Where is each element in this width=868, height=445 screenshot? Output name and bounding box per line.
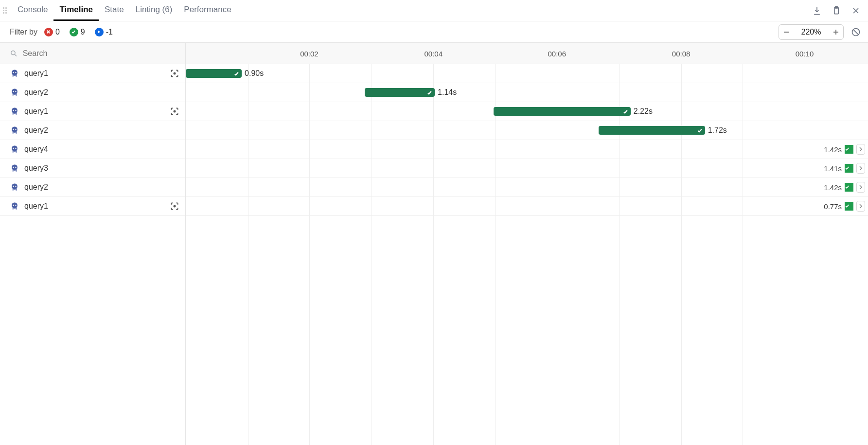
scroll-right-button[interactable] [856, 144, 865, 155]
svg-point-3 [11, 51, 15, 54]
focus-icon[interactable] [170, 69, 179, 78]
success-icon [70, 28, 78, 36]
close-icon[interactable] [850, 5, 861, 16]
success-icon [845, 164, 853, 173]
check-icon [697, 127, 703, 134]
duration-label: 0.90s [245, 69, 264, 78]
success-icon [845, 202, 853, 211]
duration-label: 1.14s [438, 88, 457, 97]
ruler-tick: 00:10 [796, 49, 814, 57]
postgres-icon [10, 201, 19, 211]
zoom-out-button[interactable] [779, 29, 794, 36]
zoom-value: 220% [794, 28, 829, 36]
success-icon [845, 145, 853, 154]
timeline-panel[interactable]: 00:0200:0400:0600:0800:10 0.90s1.14s2.22… [186, 43, 868, 445]
postgres-icon [10, 182, 19, 192]
duration-label: 1.42s [824, 183, 842, 192]
drag-handle-icon[interactable] [2, 5, 9, 16]
query-list-panel: query1query2query1query2query4query3quer… [0, 43, 186, 445]
offscreen-status: 0.77s [824, 201, 865, 212]
duration-label: 2.22s [634, 107, 653, 116]
timeline-row: 1.14s [186, 83, 868, 102]
query-name: query2 [24, 88, 48, 97]
query-name: query1 [24, 202, 48, 211]
filter-errors[interactable]: 0 [44, 28, 60, 36]
search-input[interactable] [23, 49, 185, 58]
duration-label: 0.77s [824, 202, 842, 211]
focus-icon[interactable] [170, 201, 179, 211]
check-icon [622, 108, 629, 115]
tab-performance[interactable]: Performance [178, 0, 237, 21]
error-icon [44, 28, 53, 36]
clipboard-icon[interactable] [831, 5, 842, 16]
ruler-tick: 00:06 [548, 49, 566, 57]
timeline-row: 0.90s [186, 64, 868, 83]
postgres-icon [10, 144, 19, 154]
query-row[interactable]: query4 [0, 140, 185, 159]
search-icon [10, 49, 18, 58]
query-row[interactable]: query2 [0, 121, 185, 140]
timeline-bar[interactable] [494, 107, 631, 116]
timeline-row: 1.42s [186, 140, 868, 159]
running-icon [95, 28, 104, 36]
offscreen-status: 1.42s [824, 182, 865, 193]
postgres-icon [10, 163, 19, 173]
timeline-row: 1.41s [186, 159, 868, 178]
postgres-icon [10, 107, 19, 116]
filter-success[interactable]: 9 [70, 28, 85, 36]
tab-linting[interactable]: Linting (6) [130, 0, 178, 21]
query-row[interactable]: query1 [0, 197, 185, 216]
filter-success-count: 9 [81, 28, 85, 36]
query-name: query1 [24, 107, 48, 116]
offscreen-status: 1.41s [824, 163, 865, 174]
timeline-row: 1.42s [186, 178, 868, 197]
download-icon[interactable] [812, 5, 822, 16]
timeline-bar[interactable] [365, 88, 435, 97]
check-icon [426, 89, 433, 96]
scroll-right-button[interactable] [856, 163, 865, 174]
timeline-row: 2.22s [186, 102, 868, 121]
query-name: query1 [24, 69, 48, 78]
timeline-bar[interactable] [186, 69, 242, 78]
query-row[interactable]: query2 [0, 178, 185, 197]
zoom-control: 220% [779, 24, 844, 40]
ruler-tick: 00:02 [300, 49, 319, 57]
query-name: query2 [24, 126, 48, 135]
offscreen-status: 1.42s [824, 144, 865, 155]
postgres-icon [10, 88, 19, 97]
query-row[interactable]: query2 [0, 83, 185, 102]
duration-label: 1.72s [708, 126, 727, 135]
timeline-content: query1query2query1query2query4query3quer… [0, 43, 868, 445]
filter-running[interactable]: -1 [95, 28, 113, 36]
success-icon [845, 183, 853, 192]
check-icon [233, 71, 240, 77]
query-name: query3 [24, 164, 48, 173]
postgres-icon [10, 125, 19, 135]
duration-label: 1.42s [824, 145, 842, 154]
query-name: query4 [24, 145, 48, 154]
ruler-tick: 00:08 [672, 49, 691, 57]
postgres-icon [10, 69, 19, 78]
zoom-in-button[interactable] [829, 29, 843, 36]
filter-running-count: -1 [106, 28, 113, 36]
ruler-tick: 00:04 [425, 49, 443, 57]
reset-zoom-icon[interactable] [850, 27, 861, 37]
query-row[interactable]: query1 [0, 102, 185, 121]
filter-by-label: Filter by [10, 28, 37, 36]
tab-console[interactable]: Console [12, 0, 53, 21]
filter-errors-count: 0 [55, 28, 60, 36]
query-row[interactable]: query3 [0, 159, 185, 178]
timeline-row: 0.77s [186, 197, 868, 216]
scroll-right-button[interactable] [856, 182, 865, 193]
tab-timeline[interactable]: Timeline [53, 0, 99, 21]
focus-icon[interactable] [170, 107, 179, 116]
timeline-row: 1.72s [186, 121, 868, 140]
filter-bar: Filter by 0 9 -1 220% [0, 21, 868, 43]
scroll-right-button[interactable] [856, 201, 865, 212]
top-tab-bar: Console Timeline State Linting (6) Perfo… [0, 0, 868, 21]
timeline-bar[interactable] [599, 126, 705, 135]
duration-label: 1.41s [824, 164, 842, 173]
query-row[interactable]: query1 [0, 64, 185, 83]
query-name: query2 [24, 183, 48, 192]
tab-state[interactable]: State [99, 0, 130, 21]
